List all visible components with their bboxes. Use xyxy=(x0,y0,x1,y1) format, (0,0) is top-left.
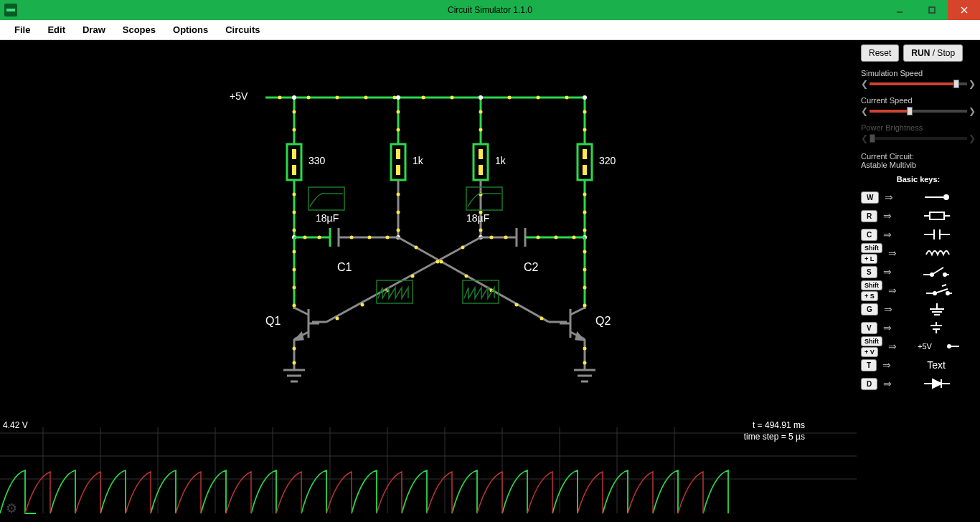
menu-file[interactable]: File xyxy=(14,24,30,35)
svg-point-51 xyxy=(397,193,400,196)
sim-speed-label: Simulation Speed xyxy=(861,69,976,77)
svg-point-96 xyxy=(361,303,364,307)
text-icon: Text xyxy=(897,359,976,371)
key-button[interactable]: + S xyxy=(861,291,878,301)
circuit-canvas[interactable]: +5V 330 1k 1k 320 18µF 18µF C1 C2 Q1 Q2 … xyxy=(0,40,857,522)
menu-scopes[interactable]: Scopes xyxy=(123,24,156,35)
key-row: W⇒ xyxy=(861,188,976,207)
svg-point-123 xyxy=(583,361,587,365)
svg-point-22 xyxy=(397,110,400,114)
svg-line-82 xyxy=(398,237,549,322)
reset-button[interactable]: Reset xyxy=(861,44,899,62)
svg-point-20 xyxy=(293,110,296,114)
c2-value: 18µF xyxy=(466,212,489,224)
run-stop-button[interactable]: RUN / Stop xyxy=(903,44,963,62)
svg-rect-42 xyxy=(583,149,587,159)
svg-point-90 xyxy=(515,303,519,307)
svg-rect-38 xyxy=(396,149,400,159)
q1-label: Q1 xyxy=(265,315,281,328)
arrow-icon: ⇒ xyxy=(883,266,892,277)
chevron-left-icon[interactable]: ❮ xyxy=(861,79,868,89)
svg-point-94 xyxy=(411,275,415,278)
chevron-right-icon[interactable]: ❯ xyxy=(969,79,976,89)
menu-options[interactable]: Options xyxy=(173,24,208,35)
key-button[interactable]: G xyxy=(861,303,878,315)
svg-point-72 xyxy=(303,236,307,239)
key-button[interactable]: T xyxy=(861,359,877,371)
svg-point-11 xyxy=(336,96,339,100)
svg-point-14 xyxy=(422,96,425,100)
svg-point-101 xyxy=(293,268,296,272)
svg-point-9 xyxy=(278,96,282,100)
c1-value: 18µF xyxy=(316,212,339,224)
key-button[interactable]: C xyxy=(861,229,877,241)
chevron-right-icon: ❯ xyxy=(969,133,976,143)
svg-rect-152 xyxy=(930,212,944,219)
svg-point-53 xyxy=(397,229,400,232)
resistor-icon xyxy=(897,209,976,223)
voltage-label: +5V xyxy=(230,90,248,102)
key-row: G⇒ xyxy=(861,300,976,318)
maximize-button[interactable] xyxy=(915,0,948,20)
svg-line-109 xyxy=(294,308,308,315)
key-row: V⇒ xyxy=(861,318,976,337)
svg-rect-41 xyxy=(479,165,483,175)
key-button[interactable]: Shift xyxy=(861,243,882,253)
svg-point-178 xyxy=(948,345,951,348)
svg-point-59 xyxy=(583,229,587,232)
svg-point-56 xyxy=(479,229,483,232)
key-row: R⇒ xyxy=(861,207,976,225)
svg-point-27 xyxy=(583,128,587,132)
keys-header: Basic keys: xyxy=(861,175,976,184)
svg-point-78 xyxy=(504,236,508,239)
svg-point-88 xyxy=(465,275,468,278)
key-button[interactable]: Shift xyxy=(861,336,882,346)
scope-step: time step = 5 µs xyxy=(744,432,805,442)
gear-icon[interactable]: ⚙ xyxy=(6,500,17,516)
key-button[interactable]: + V xyxy=(861,347,878,357)
svg-line-160 xyxy=(932,267,943,275)
svg-point-17 xyxy=(508,96,512,100)
svg-point-150 xyxy=(944,195,948,199)
close-button[interactable] xyxy=(948,0,980,20)
q2-label: Q2 xyxy=(595,315,611,328)
svg-point-121 xyxy=(293,361,296,365)
current-speed-slider[interactable]: ❮ ❯ xyxy=(861,106,976,116)
menu-edit[interactable]: Edit xyxy=(47,24,65,35)
capacitor-icon xyxy=(897,227,976,242)
key-button[interactable]: Shift xyxy=(861,280,882,290)
svg-line-168 xyxy=(942,285,946,286)
key-button[interactable]: W xyxy=(861,191,879,204)
chevron-left-icon[interactable]: ❮ xyxy=(861,106,868,116)
svg-point-120 xyxy=(293,347,296,351)
scope-time: t = 494.91 ms xyxy=(753,420,805,430)
svg-point-57 xyxy=(583,193,587,196)
sim-speed-slider[interactable]: ❮ ❯ xyxy=(861,79,976,89)
svg-point-19 xyxy=(565,96,569,100)
chevron-left-icon: ❮ xyxy=(861,133,868,143)
key-button[interactable]: D xyxy=(861,378,877,390)
menubar: File Edit Draw Scopes Options Circuits xyxy=(0,20,980,40)
svg-point-81 xyxy=(573,236,576,239)
power-brightness-label: Power Brightness xyxy=(861,123,976,132)
key-button[interactable]: + L xyxy=(861,254,877,264)
key-button[interactable]: R xyxy=(861,210,877,222)
minimize-button[interactable] xyxy=(883,0,915,20)
window-title: Circuit Simulator 1.1.0 xyxy=(448,5,532,15)
arrow-icon: ⇒ xyxy=(885,191,893,203)
r4-value: 320 xyxy=(599,155,616,166)
key-button[interactable]: V xyxy=(861,322,877,334)
arrow-icon: ⇒ xyxy=(884,303,892,315)
vsource-icon xyxy=(897,321,976,335)
svg-point-10 xyxy=(307,96,311,100)
svg-point-52 xyxy=(397,211,400,214)
key-button[interactable]: S xyxy=(861,266,877,278)
svg-point-74 xyxy=(350,236,354,239)
menu-draw[interactable]: Draw xyxy=(83,24,105,35)
menu-circuits[interactable]: Circuits xyxy=(225,24,260,35)
sidebar: Reset RUN / Stop Simulation Speed ❮ ❯ Cu… xyxy=(857,40,980,522)
titlebar: Circuit Simulator 1.1.0 xyxy=(0,0,980,20)
svg-rect-40 xyxy=(479,149,483,159)
chevron-right-icon[interactable]: ❯ xyxy=(969,106,976,116)
svg-point-58 xyxy=(583,211,587,214)
